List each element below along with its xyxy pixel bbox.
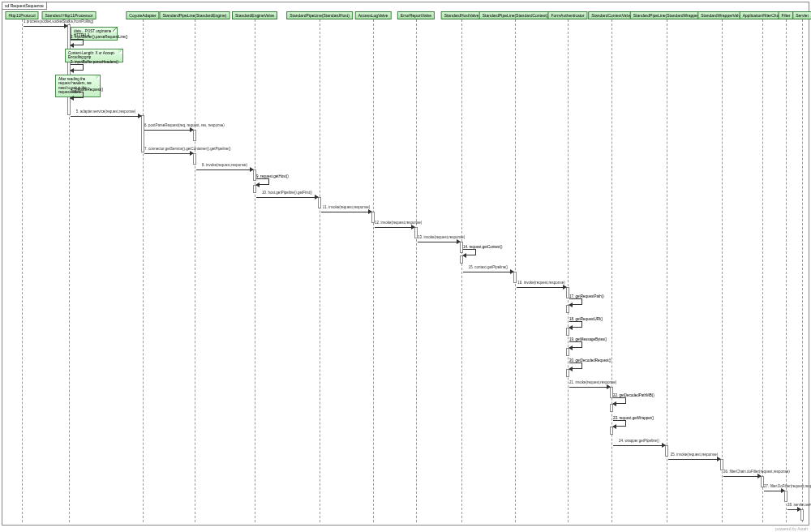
lifeline-StdCtxValve <box>611 19 612 522</box>
message-label: 16. invoke(request,response) <box>517 281 566 285</box>
message-label: 27. filter.DoFilter(request,response) <box>764 484 784 488</box>
participant-label: StandardPipeLine(StandardContext) <box>483 13 548 18</box>
message-label: 23. request.getWrapper() <box>613 416 654 420</box>
message-label: 5. adapter.service(request,response) <box>71 109 141 114</box>
message-label: 24. wrapper.getPipeline() <box>613 439 665 443</box>
message-28: 28. servlet.service(request,response) <box>787 506 800 513</box>
message-15: 15. context.getPipeline() <box>463 268 513 275</box>
participant-label: ApplicationFilterChain <box>743 13 783 18</box>
message-label: 9. request.getHost() <box>256 174 289 178</box>
message-label: 20. getDecodedRequest() <box>569 358 611 363</box>
message-label: 8. invoke(request,response) <box>196 163 253 167</box>
lifeline-Servlet <box>802 19 803 522</box>
participant-label: Filter <box>781 13 790 18</box>
participant-StdPipeCtx: StandardPipeLine(StandardContext) <box>479 11 551 19</box>
footer-credit: powered by Astah <box>775 526 808 531</box>
message-label: 21. invoke(request,response) <box>569 380 610 384</box>
participant-label: Servlet <box>796 13 809 18</box>
participant-StdPipeWrap: StandardPipeLine(StandardWrapper) <box>630 11 703 19</box>
diagram-frame <box>2 2 809 526</box>
participant-label: Http11Protocol <box>8 13 35 18</box>
message-label: 19. getMessageBytes() <box>569 337 607 341</box>
message-label: 7. connector.getService().getContainer()… <box>144 147 193 151</box>
participant-label: StandardHostValve <box>444 13 479 18</box>
lifeline-Http11Protocol <box>22 19 23 522</box>
message-label: 17. getRequestPath() <box>569 294 604 298</box>
participant-StdPipeEngine: StandardPipeLine(StandardEngine) <box>160 11 230 19</box>
message-5: 5. adapter.service(request,response) <box>71 113 141 119</box>
frame-label: sd RequestSequence <box>2 2 47 10</box>
participant-ErrorReportValve: ErrorReportValve <box>397 11 435 19</box>
participant-label: Standard Http11Processor <box>45 13 93 18</box>
message-label: 18. getRequestURI() <box>569 317 603 321</box>
message-label: 12. invoke(request,response) <box>375 221 414 225</box>
lifeline-StdEngineValve <box>255 19 255 522</box>
participant-CoyoteAdapter: CoyoteAdapter <box>126 11 159 19</box>
participant-label: CoyoteAdapter <box>129 13 156 18</box>
message-11: 11. invoke(request,response) <box>321 208 371 215</box>
message-label: 10. host.getPipeline().getFirst() <box>256 191 318 195</box>
message-label: 22. getDecodedPathMB() <box>613 393 654 397</box>
message-7: 7. connector.getService().getContainer()… <box>144 150 193 157</box>
participant-Servlet: Servlet <box>792 11 811 19</box>
message-label: 26. filterChain.doFilter(request,respons… <box>723 470 761 474</box>
lifeline-CoyoteAdapter <box>143 19 144 522</box>
participant-label: StandardEngineValve <box>235 13 274 18</box>
message-label: 14. request.getContext() <box>463 245 503 249</box>
lifeline-StdPipeCtx <box>515 19 516 522</box>
participant-label: StandardPipeLine(StandardEngine) <box>163 13 227 18</box>
participant-label: AccessLogValve <box>358 13 388 18</box>
lifeline-FormAuth <box>568 19 569 522</box>
message-label: 1 process(socket,socketStatus,fromPollin… <box>24 19 67 24</box>
participant-label: FormAuthenticator <box>551 13 584 18</box>
lifeline-StdPipeEngine <box>195 19 195 522</box>
lifeline-ErrorReportValve <box>416 19 417 522</box>
message-label: 25. invoke(request,response) <box>668 453 720 457</box>
lifeline-Filter <box>786 19 787 522</box>
participant-ProcessorHttp11: Standard Http11Processor <box>42 11 97 19</box>
message-16: 16. invoke(request,response) <box>517 284 566 290</box>
message-1: 1 process(socket,socketStatus,fromPollin… <box>24 23 67 29</box>
message-12: 12. invoke(request,response) <box>375 224 414 230</box>
message-label: 15. context.getPipeline() <box>463 265 513 269</box>
participant-StdEngineValve: StandardEngineValve <box>232 11 277 19</box>
message-label: 3. inputBuffer.parseHeaders() <box>71 60 118 64</box>
message-8: 8. invoke(request,response) <box>196 166 253 173</box>
participant-AccessLogValve: AccessLogValve <box>355 11 392 19</box>
participant-Filter: Filter <box>778 11 793 19</box>
participant-label: StandardContextValve <box>591 13 632 18</box>
message-label: 6. postParseRequest(req, request, res, r… <box>144 123 193 127</box>
message-label: 4. prepareRequest() <box>71 88 103 92</box>
message-label: 13. invoke(request,response) <box>418 235 460 239</box>
lifeline-AppFilterChain <box>762 19 763 522</box>
lifeline-StdPipeAbstract <box>320 19 320 522</box>
message-10: 10. host.getPipeline().getFirst() <box>256 194 318 200</box>
message-label: 11. invoke(request,response) <box>321 205 371 209</box>
message-27: 27. filter.DoFilter(request,response) <box>764 487 784 494</box>
message-24: 24. wrapper.getPipeline() <box>613 442 665 448</box>
message-26: 26. filterChain.doFilter(request,respons… <box>723 473 761 479</box>
message-21: 21. invoke(request,response) <box>569 384 610 390</box>
lifeline-StdHostValve <box>461 19 462 522</box>
message-25: 25. invoke(request,response) <box>668 456 720 462</box>
participant-label: StandardWrapperValve <box>701 13 743 18</box>
message-6: 6. postParseRequest(req, request, res, r… <box>144 127 193 133</box>
participant-Http11Protocol: Http11Protocol <box>5 11 38 19</box>
participant-StdPipeAbstract: StandardPipeLine(StandardHost) <box>286 11 353 19</box>
participant-StdCtxValve: StandardContextValve <box>588 11 635 19</box>
participant-StdHostValve: StandardHostValve <box>441 11 483 19</box>
lifeline-StdWrapValve <box>722 19 723 522</box>
participant-label: StandardPipeLine(StandardWrapper) <box>633 13 700 18</box>
message-label: 2. inputBuffer().parseRequestLine() <box>71 35 127 39</box>
participant-label: ErrorReportValve <box>401 13 431 18</box>
participant-label: StandardPipeLine(StandardHost) <box>290 13 350 18</box>
lifeline-AccessLogValve <box>373 19 374 522</box>
message-label: 28. servlet.service(request,response) <box>787 503 800 507</box>
message-13: 13. invoke(request,response) <box>418 238 460 245</box>
participant-FormAuth: FormAuthenticator <box>547 11 587 19</box>
